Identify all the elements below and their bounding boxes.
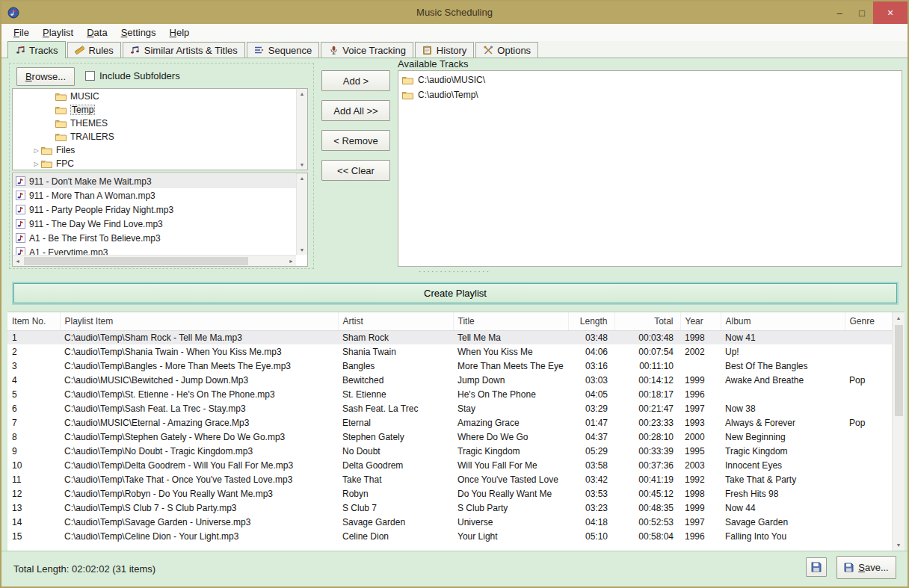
available-track-item[interactable]: C:\audio\Temp\ [398, 87, 902, 102]
table-row[interactable]: 12C:\audio\Temp\Robyn - Do You Really Wa… [7, 486, 892, 501]
file-item[interactable]: 911 - Party People Friday Night.mp3 [13, 202, 296, 217]
expand-arrow-icon[interactable]: ▷ [31, 147, 41, 154]
tab-label: Voice Tracking [342, 45, 406, 56]
file-item[interactable]: A1 - Be The First To Believe.mp3 [13, 231, 296, 245]
menu-settings[interactable]: Settings [114, 25, 163, 40]
tab-history[interactable]: History [415, 42, 474, 58]
folder-icon [402, 90, 413, 99]
include-subfolders-checkbox[interactable] [85, 71, 95, 81]
file-item[interactable]: 911 - The Day We Find Love.mp3 [13, 217, 296, 231]
table-row[interactable]: 1C:\audio\Temp\Sham Rock - Tell Me Ma.mp… [7, 330, 892, 344]
clear-button[interactable]: << Clear [321, 160, 390, 181]
tab-tracks[interactable]: Tracks [7, 41, 66, 58]
tools-icon [483, 46, 493, 55]
tree-node-label: TRAILERS [70, 131, 114, 142]
mp3-file-icon [16, 219, 25, 229]
remove-button[interactable]: < Remove [321, 130, 390, 151]
file-list: 911 - Don't Make Me Wait.mp3 911 - More … [12, 173, 308, 267]
tree-node[interactable]: ▷ TRAILERS [13, 130, 296, 143]
table-row[interactable]: 13C:\audio\Temp\S Club 7 - S Club Party.… [7, 501, 892, 515]
folder-tree: ▷ MUSIC ▷ Temp ▷ THEMES ▷ TRAILERS ▷ [12, 88, 308, 170]
close-button[interactable]: × [873, 1, 908, 24]
scroll-left-icon[interactable]: ◄ [13, 259, 22, 264]
hscroll-thumb[interactable] [24, 257, 248, 265]
create-playlist-button[interactable]: Create Playlist [13, 283, 897, 303]
tab-label: Similar Artists & Titles [144, 45, 238, 56]
column-header-length[interactable]: Length [568, 312, 614, 330]
column-header-title[interactable]: Title [453, 312, 568, 330]
tab-voice-tracking[interactable]: Voice Tracking [321, 42, 413, 58]
file-item[interactable]: 911 - More Than A Woman.mp3 [13, 188, 296, 202]
tree-node-label: FPC [56, 158, 74, 169]
quick-save-button[interactable] [806, 557, 827, 577]
scroll-down-icon[interactable]: ▼ [300, 160, 305, 170]
file-list-hscrollbar[interactable]: ◄ ► [13, 255, 296, 266]
table-row[interactable]: 15C:\audio\Temp\Celine Dion - Your Light… [7, 529, 892, 543]
table-row[interactable]: 2C:\audio\Temp\Shania Twain - When You K… [7, 344, 892, 359]
menu-playlist[interactable]: Playlist [36, 25, 80, 40]
minimize-button[interactable]: – [828, 1, 851, 24]
add-button[interactable]: Add > [321, 70, 390, 91]
table-scroll-thumb[interactable] [895, 325, 903, 416]
table-row[interactable]: 9C:\audio\Temp\No Doubt - Tragic Kingdom… [7, 444, 892, 458]
table-row[interactable]: 3C:\audio\Temp\Bangles - More Than Meets… [7, 359, 892, 373]
floppy-disk-icon [844, 563, 854, 572]
tree-node[interactable]: ▷ FPC [13, 157, 296, 170]
tree-node[interactable]: ▷ Temp [13, 103, 296, 117]
column-header-playlist-item[interactable]: Playlist Item [60, 312, 338, 330]
table-row[interactable]: 5C:\audio\Temp\St. Etienne - He's On The… [7, 387, 892, 401]
scroll-up-icon[interactable]: ▲ [893, 315, 905, 321]
tab-similar-artists-titles[interactable]: Similar Artists & Titles [123, 42, 245, 58]
app-window: Music Scheduling – □ × File Playlist Dat… [0, 0, 909, 588]
tree-node[interactable]: ▷ MUSIC [13, 90, 296, 103]
mp3-file-icon [16, 233, 25, 243]
file-item[interactable]: A1 - Everytime.mp3 [13, 245, 296, 255]
column-header-album[interactable]: Album [721, 312, 845, 330]
tab-options[interactable]: Options [475, 42, 538, 58]
table-row[interactable]: 6C:\audio\Temp\Sash Feat. La Trec - Stay… [7, 401, 892, 415]
file-item-label: A1 - Be The First To Believe.mp3 [29, 233, 161, 244]
mp3-file-icon [16, 205, 25, 214]
file-list-vscrollbar[interactable]: ▲ ▼ [296, 173, 307, 255]
scroll-up-icon[interactable]: ▲ [300, 89, 305, 99]
tree-scrollbar[interactable]: ▲ ▼ [296, 89, 307, 170]
scroll-down-icon[interactable]: ▼ [300, 245, 305, 255]
floppy-disk-icon [811, 562, 822, 572]
browse-button[interactable]: Browse... [16, 67, 75, 86]
scroll-down-icon[interactable]: ▼ [893, 542, 905, 548]
file-item-label: 911 - Don't Make Me Wait.mp3 [29, 176, 152, 187]
file-item[interactable]: 911 - Don't Make Me Wait.mp3 [13, 174, 296, 188]
column-header-year[interactable]: Year [680, 312, 721, 330]
tab-sequence[interactable]: Sequence [247, 42, 320, 58]
table-scrollbar[interactable]: ▲ ▼ [892, 312, 905, 551]
table-row[interactable]: 14C:\audio\Temp\Savage Garden - Universe… [7, 515, 892, 529]
column-header-genre[interactable]: Genre [845, 312, 892, 330]
add-all-button[interactable]: Add All >> [321, 100, 390, 121]
column-header-artist[interactable]: Artist [338, 312, 453, 330]
scroll-right-icon[interactable]: ► [286, 259, 296, 264]
scroll-up-icon[interactable]: ▲ [300, 173, 305, 183]
table-row[interactable]: 4C:\audio\MUSIC\Bewitched - Jump Down.Mp… [7, 373, 892, 387]
tree-node[interactable]: ▷ THEMES [13, 117, 296, 130]
save-button[interactable]: Save... [836, 556, 896, 579]
menu-data[interactable]: Data [80, 25, 114, 40]
column-header-total[interactable]: Total [614, 312, 680, 330]
menu-file[interactable]: File [7, 25, 36, 40]
splitter-handle[interactable]: ················· [1, 268, 908, 274]
file-item-label: 911 - The Day We Find Love.mp3 [29, 219, 163, 229]
available-track-item[interactable]: C:\audio\MUSIC\ [398, 72, 902, 87]
maximize-button[interactable]: □ [851, 1, 873, 24]
menu-help[interactable]: Help [163, 25, 197, 40]
column-header-item-no[interactable]: Item No. [7, 312, 60, 330]
file-item-label: A1 - Everytime.mp3 [29, 247, 108, 256]
file-item-label: 911 - Party People Friday Night.mp3 [29, 205, 173, 215]
table-row[interactable]: 10C:\audio\Temp\Delta Goodrem - Will You… [7, 458, 892, 472]
mp3-file-icon [16, 191, 25, 200]
tab-rules[interactable]: Rules [67, 42, 121, 58]
table-row[interactable]: 7C:\audio\MUSIC\Eternal - Amazing Grace.… [7, 415, 892, 430]
tree-node[interactable]: ▷ Files [13, 143, 296, 157]
available-tracks-list: C:\audio\MUSIC\ C:\audio\Temp\ [398, 70, 902, 267]
expand-arrow-icon[interactable]: ▷ [31, 161, 41, 167]
table-row[interactable]: 11C:\audio\Temp\Take That - Once You've … [7, 472, 892, 486]
table-row[interactable]: 8C:\audio\Temp\Stephen Gately - Where Do… [7, 430, 892, 444]
